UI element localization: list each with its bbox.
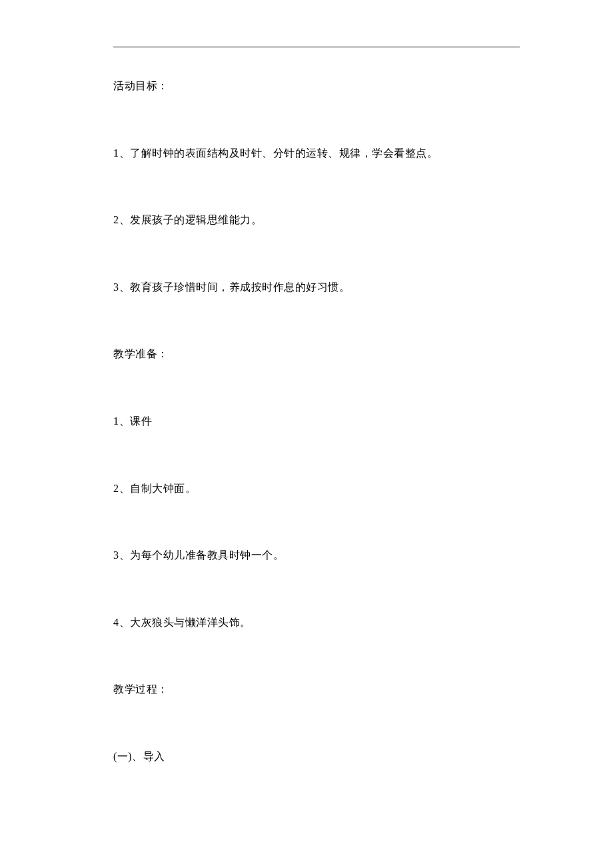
- page-container: 活动目标： 1、了解时钟的表面结构及时针、分针的运转、规律，学会看整点。 2、发…: [0, 0, 613, 855]
- goals-item-1: 1、了解时钟的表面结构及时针、分针的运转、规律，学会看整点。: [113, 145, 520, 162]
- goals-item-2: 2、发展孩子的逻辑思维能力。: [113, 211, 520, 229]
- process-item-1: (一)、导入: [113, 748, 520, 765]
- section-goals-title: 活动目标：: [113, 77, 520, 95]
- preparation-item-1: 1、课件: [113, 413, 520, 430]
- section-preparation-title: 教学准备：: [113, 345, 520, 363]
- preparation-item-4: 4、大灰狼头与懒洋洋头饰。: [113, 614, 520, 631]
- horizontal-divider: [113, 47, 520, 47]
- section-process-title: 教学过程：: [113, 681, 520, 698]
- goals-item-3: 3、教育孩子珍惜时间，养成按时作息的好习惯。: [113, 279, 520, 296]
- preparation-item-2: 2、自制大钟面。: [113, 480, 520, 497]
- preparation-item-3: 3、为每个幼儿准备教具时钟一个。: [113, 547, 520, 564]
